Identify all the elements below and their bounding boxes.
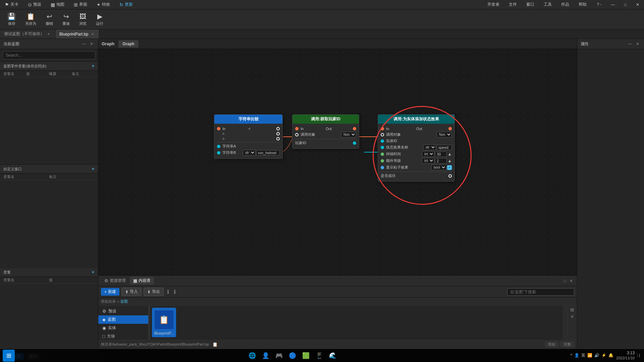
brief-view-btn[interactable]: 简短 — [545, 341, 559, 348]
strB-type-select[interactable]: str — [243, 150, 256, 156]
as-level-stepper[interactable]: ▲ — [447, 158, 452, 163]
right-panel-minimize[interactable]: — — [627, 41, 633, 47]
add-interface-btn[interactable]: + — [92, 166, 95, 172]
show-desktop-btn[interactable]: | — [637, 353, 641, 357]
tray-wifi-icon: 📶 — [587, 353, 592, 358]
menu-item-map[interactable]: ▦ 地图 — [49, 1, 66, 8]
menu-item-preset[interactable]: ⊙ 预设 — [26, 1, 43, 8]
browse-icon: 🖼 — [79, 13, 86, 20]
menu-item-ui[interactable]: ⊞ 界面 — [72, 1, 89, 8]
bottom-panel-close[interactable]: ✕ — [568, 278, 574, 284]
taskbar-app-mc[interactable]: 🟩 — [300, 350, 312, 362]
strB-value-input[interactable] — [256, 150, 280, 156]
add-variable-btn[interactable]: + — [92, 63, 95, 69]
save-icon: 💾 — [7, 12, 16, 20]
tab-test-blueprint[interactable]: 测试蓝图（不可保存） ✕ — [0, 29, 55, 39]
run-icon: ▶ — [97, 12, 102, 20]
menu-item-update[interactable]: ↻ 更新 — [117, 1, 135, 8]
browse-button[interactable]: 🖼 浏览 — [76, 11, 90, 27]
menu-window[interactable]: 窗口 — [524, 1, 536, 8]
content-search-input[interactable] — [507, 288, 574, 296]
as-effectname-input[interactable] — [437, 145, 452, 150]
menu-question[interactable]: ？- — [594, 1, 603, 8]
as-duration-stepper-up[interactable]: ▲ — [447, 152, 452, 157]
window-close[interactable]: ✕ — [634, 2, 641, 8]
bp-tab-asset-mgmt[interactable]: ⚙ 资源管理 — [101, 277, 129, 285]
menu-dev[interactable]: 开发者 — [485, 1, 501, 8]
as-callobj-pin — [381, 133, 384, 136]
breadcrumb-root[interactable]: 简短目录 — [101, 299, 116, 304]
custom-interface-header[interactable]: 自定义接口 + — [0, 164, 98, 174]
menu-file[interactable]: 文件 — [507, 1, 519, 8]
tree-item-preset[interactable]: ⚙ 预设 — [98, 307, 148, 315]
menu-works[interactable]: 作品 — [559, 1, 571, 8]
vars-list-empty — [0, 284, 98, 351]
window-minimize[interactable]: — — [609, 2, 617, 8]
node-string-compare-body: In < = > 字符串A — [214, 124, 282, 159]
panel-close-btn[interactable]: ✕ — [89, 41, 95, 47]
import-btn[interactable]: ⬆ 导入 — [121, 288, 142, 296]
as-level-type[interactable]: int — [422, 158, 434, 164]
taskbar-app-user[interactable]: 👤 — [260, 350, 272, 362]
clock[interactable]: 3:13 2022/11/10 — [616, 351, 635, 361]
tab-close-test[interactable]: ✕ — [46, 32, 51, 36]
save-as-button[interactable]: 📋 另存为 — [22, 11, 40, 27]
breadcrumb-blueprint[interactable]: 蓝图 — [120, 299, 128, 304]
export-btn[interactable]: ⬇ 导出 — [144, 288, 164, 296]
add-var-btn[interactable]: + — [92, 269, 95, 275]
tab-blueprint-part[interactable]: BlueprintPart.bp ✕ — [55, 29, 99, 39]
right-panel-close[interactable]: ✕ — [635, 41, 641, 47]
tree-item-entity[interactable]: ◉ 实体 — [98, 324, 148, 332]
content-lib-icon: ▦ — [133, 278, 137, 283]
vars-bottom-col-headers: 变量名 值 — [0, 277, 98, 284]
tray-expand[interactable]: ^ — [570, 353, 572, 358]
as-callobj-select[interactable]: Non — [437, 132, 452, 137]
tree-item-blueprint[interactable]: ◈ 蓝图 — [98, 315, 148, 324]
bottom-panel-maximize[interactable]: □ — [562, 278, 568, 284]
menu-item-effects[interactable]: ✦ 特效 — [95, 1, 112, 8]
left-panel-header: 当前蓝图 — ✕ — [0, 39, 98, 49]
run-button[interactable]: ▶ 运行 — [93, 11, 107, 27]
variables-section-header[interactable]: 蓝图零件变量(保存后同步) + — [0, 61, 98, 71]
tab-close-bp[interactable]: ✕ — [90, 32, 95, 36]
redo-button[interactable]: ↪ 重做 — [59, 11, 73, 27]
content-scrollbar[interactable] — [563, 306, 567, 340]
new-btn[interactable]: + 新建 — [101, 288, 119, 296]
panel-minimize-btn[interactable]: — — [80, 41, 87, 47]
window-maximize[interactable]: □ — [622, 2, 629, 8]
menu-help[interactable]: 帮助 — [577, 1, 589, 8]
taskbar-app-phone[interactable]: 📱 — [313, 350, 325, 362]
asset-mgmt-icon: ⚙ — [104, 278, 108, 283]
gt-out-pin — [276, 137, 280, 140]
tray-notification-icon[interactable]: 🔔 — [608, 353, 613, 358]
view-icon-2[interactable]: ≡ — [571, 314, 573, 319]
copy-path-btn[interactable]: 📋 — [212, 342, 218, 347]
graph-tab[interactable]: Graph — [118, 40, 138, 48]
as-duration-input[interactable] — [435, 152, 447, 157]
as-duration-type[interactable]: int — [422, 151, 434, 157]
as-level-input[interactable] — [435, 158, 447, 164]
as-particles-type[interactable]: bool — [431, 165, 446, 170]
file-item-blueprint-part[interactable]: 📋 BlueprintP... — [152, 308, 176, 337]
taskbar-app-game[interactable]: 🎮 — [273, 350, 285, 362]
gp-callobj-select[interactable]: Non — [341, 132, 356, 137]
as-effectname-type[interactable]: str — [423, 144, 436, 150]
menu-tools[interactable]: 工具 — [542, 1, 554, 8]
taskbar-app-browser[interactable]: 🌐 — [246, 350, 258, 362]
full-view-btn[interactable]: 完整 — [560, 341, 574, 348]
as-particles-checkbox[interactable]: ✓ — [447, 165, 452, 170]
ui-icon: ⊞ — [74, 2, 78, 7]
taskbar-app-chat[interactable]: 🔵 — [286, 350, 299, 362]
vars-bottom-header[interactable]: 变量 + — [0, 267, 98, 277]
undo-button[interactable]: ↩ 撤销 — [42, 11, 56, 27]
save-button[interactable]: 💾 保存 — [4, 11, 19, 27]
tree-item-block[interactable]: □ 方块 — [98, 332, 148, 340]
menu-item-level[interactable]: ⚑ 关卡 — [3, 1, 20, 8]
search-input[interactable] — [3, 51, 95, 59]
bp-tab-content-lib[interactable]: ▦ 内容库 — [130, 277, 154, 285]
node-string-compare-header: 字符串比较 — [214, 115, 282, 124]
taskbar-right: ^ 👤 英 📶 🔊 ⚡ 🔔 3:13 2022/11/10 | — [570, 351, 641, 361]
windows-start-btn[interactable]: ⊞ — [3, 350, 15, 362]
taskbar-app-edge[interactable]: 🌊 — [327, 350, 339, 362]
view-icon-1[interactable]: ⊞ — [570, 307, 574, 312]
